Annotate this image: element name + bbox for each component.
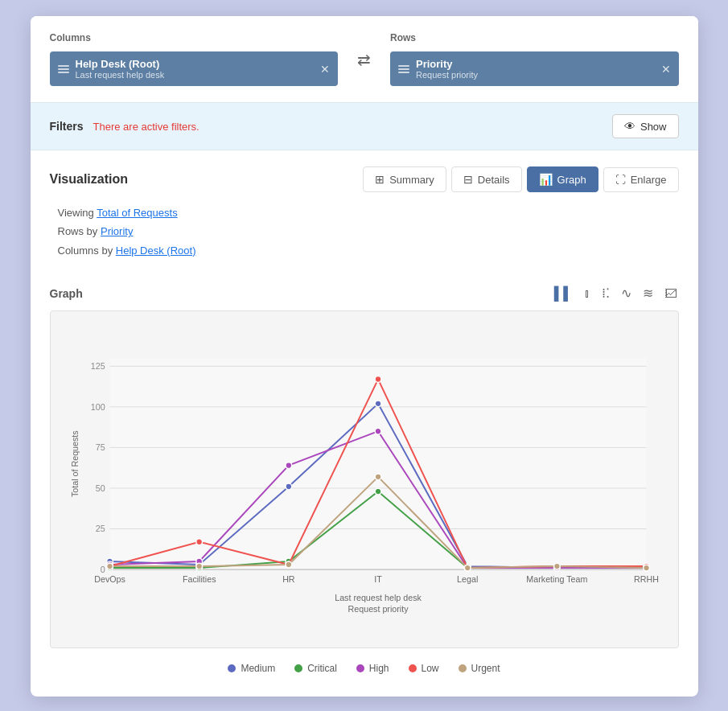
svg-point-56 [464, 565, 471, 571]
svg-text:75: 75 [95, 443, 105, 453]
columns-tag-text: Help Desk (Root) Last request help desk [76, 58, 315, 80]
viewing-row: Viewing Total of Requests [58, 203, 671, 222]
legend-dot-medium [228, 664, 236, 672]
rows-tag-subtitle: Request priority [416, 70, 655, 80]
filters-label: Filters [50, 120, 84, 133]
svg-point-57 [553, 563, 560, 569]
columns-tag: Help Desk (Root) Last request help desk … [50, 51, 339, 86]
svg-text:IT: IT [374, 574, 382, 584]
svg-text:RRHH: RRHH [634, 574, 659, 584]
graph-header: Graph ▌▌ ⫾ ⁞⁚ ∿ ≋ 🗠 [50, 284, 679, 302]
svg-text:HR: HR [282, 574, 295, 584]
columns-tag-subtitle: Last request help desk [76, 70, 315, 80]
svg-point-40 [285, 462, 291, 469]
legend-label-critical: Critical [307, 663, 337, 674]
filters-section: Filters There are active filters. 👁 Show [31, 102, 698, 150]
drag-handle-columns[interactable] [58, 65, 69, 73]
line-chart-button[interactable]: ∿ [619, 284, 633, 302]
eye-icon: 👁 [624, 120, 635, 133]
columns-by-row: Columns by Help Desk (Root) [58, 241, 671, 260]
svg-point-41 [375, 428, 381, 434]
col-row-grid: Columns Help Desk (Root) Last request he… [50, 32, 679, 86]
legend-item-critical: Critical [294, 663, 337, 674]
svg-point-48 [375, 376, 381, 383]
svg-text:0: 0 [100, 565, 105, 574]
viz-tabs-container: ⊞ Summary ⊟ Details 📊 Graph ⛶ Enlarge [363, 166, 678, 192]
columns-remove-button[interactable]: ✕ [320, 63, 330, 76]
legend-item-medium: Medium [228, 663, 275, 674]
svg-text:DevOps: DevOps [94, 574, 125, 584]
legend-label-high: High [369, 663, 389, 674]
main-card: Columns Help Desk (Root) Last request he… [31, 16, 698, 697]
graph-controls: ▌▌ ⫾ ⁞⁚ ∿ ≋ 🗠 [553, 284, 679, 302]
svg-text:Marketing Team: Marketing Team [526, 574, 587, 584]
legend-dot-high [356, 664, 364, 672]
bar-chart-button[interactable]: ▌▌ [553, 285, 574, 302]
columns-tag-title: Help Desk (Root) [76, 58, 315, 70]
svg-text:Total of Requests: Total of Requests [69, 430, 79, 497]
tab-graph-label: Graph [557, 174, 586, 186]
stacked-button[interactable]: 🗠 [663, 285, 679, 302]
tab-details-label: Details [478, 174, 510, 186]
graph-label: Graph [50, 287, 83, 300]
visualization-section: Visualization ⊞ Summary ⊟ Details 📊 Grap… [31, 150, 698, 276]
rows-tag: Priority Request priority ✕ [390, 51, 679, 86]
svg-point-53 [195, 563, 202, 569]
legend-item-high: High [356, 663, 389, 674]
viz-header: Visualization ⊞ Summary ⊟ Details 📊 Grap… [50, 166, 679, 192]
rows-tag-text: Priority Request priority [416, 58, 655, 80]
svg-point-26 [285, 483, 291, 490]
drag-handle-rows[interactable] [398, 65, 409, 73]
rows-by-link[interactable]: Priority [101, 225, 133, 237]
graph-section: Graph ▌▌ ⫾ ⁞⁚ ∿ ≋ 🗠 0255075100125Total o… [31, 276, 698, 697]
svg-text:100: 100 [90, 402, 105, 412]
columns-by-label: Columns by [58, 245, 113, 257]
svg-text:Request priority: Request priority [348, 604, 409, 614]
legend-label-low: Low [422, 663, 439, 674]
graph-icon: 📊 [539, 173, 553, 186]
grouped-bar-button[interactable]: ⫾ [582, 285, 592, 302]
area-chart-button[interactable]: ≋ [641, 284, 655, 302]
enlarge-button[interactable]: ⛶ Enlarge [603, 167, 679, 192]
legend-item-urgent: Urgent [459, 663, 500, 674]
rows-by-row: Rows by Priority [58, 222, 671, 240]
svg-point-34 [375, 488, 381, 495]
svg-text:Legal: Legal [457, 574, 478, 584]
svg-text:Last request help desk: Last request help desk [335, 593, 422, 602]
legend-dot-urgent [459, 664, 467, 672]
tab-details[interactable]: ⊟ Details [451, 166, 522, 192]
rows-by-label: Rows by [58, 225, 98, 237]
viewing-info: Viewing Total of Requests Rows by Priori… [50, 203, 679, 268]
rows-remove-button[interactable]: ✕ [661, 63, 671, 76]
rows-label: Rows [390, 32, 679, 43]
columns-by-link[interactable]: Help Desk (Root) [116, 245, 196, 257]
scatter-button[interactable]: ⁞⁚ [600, 284, 611, 302]
svg-text:25: 25 [95, 524, 105, 534]
svg-point-55 [375, 474, 381, 480]
enlarge-icon: ⛶ [615, 174, 626, 186]
rows-tag-title: Priority [416, 58, 655, 70]
svg-text:125: 125 [90, 361, 105, 371]
enlarge-label: Enlarge [631, 174, 667, 186]
show-button-label: Show [640, 121, 667, 133]
legend-dot-critical [294, 664, 302, 672]
chart-svg: 0255075100125Total of RequestsDevOpsFaci… [67, 327, 662, 639]
svg-point-58 [643, 565, 649, 571]
tab-summary[interactable]: ⊞ Summary [363, 166, 446, 192]
legend-item-low: Low [409, 663, 439, 674]
rows-box: Rows Priority Request priority ✕ [390, 32, 679, 86]
filters-left: Filters There are active filters. [50, 120, 199, 133]
viewing-link[interactable]: Total of Requests [97, 207, 177, 219]
chart-container: 0255075100125Total of RequestsDevOpsFaci… [50, 310, 679, 648]
svg-point-52 [106, 563, 113, 569]
show-filters-button[interactable]: 👁 Show [612, 114, 679, 138]
details-icon: ⊟ [463, 173, 473, 186]
legend-dot-low [409, 664, 417, 672]
swap-button[interactable]: ⇄ [351, 47, 377, 72]
tab-graph[interactable]: 📊 Graph [527, 166, 598, 192]
legend-label-urgent: Urgent [471, 663, 500, 674]
svg-point-46 [195, 539, 202, 545]
legend-label-medium: Medium [241, 663, 275, 674]
svg-text:Facilities: Facilities [182, 574, 216, 584]
tab-summary-label: Summary [389, 174, 434, 186]
